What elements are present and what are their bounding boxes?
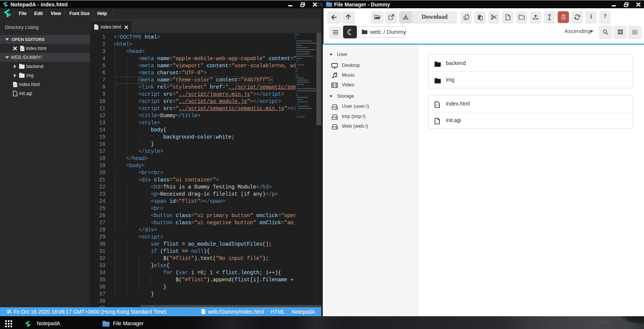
svg-text:<>: <> <box>202 311 205 314</box>
svg-text:<>: <> <box>95 26 98 29</box>
svg-text:<>: <> <box>14 84 17 87</box>
svg-text:<>: <> <box>436 103 439 107</box>
svg-text:<>: <> <box>21 48 24 51</box>
